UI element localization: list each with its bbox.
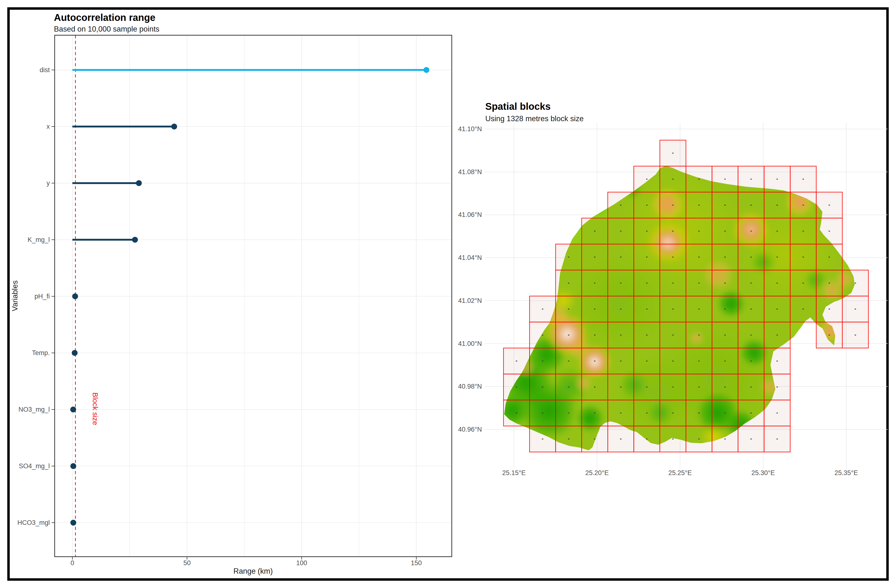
lollipop-dot xyxy=(70,463,76,469)
block-center-dot xyxy=(855,283,856,283)
block-center-dot xyxy=(750,283,752,283)
block-center-dot xyxy=(672,361,674,361)
block-center-dot xyxy=(724,413,726,413)
block-center-dot xyxy=(620,257,622,257)
block-center-dot xyxy=(542,439,543,439)
block-center-dot xyxy=(516,361,517,361)
block-center-dot xyxy=(724,439,726,439)
block-center-dot xyxy=(542,335,543,335)
block-center-dot xyxy=(777,413,778,413)
block-center-dot xyxy=(568,387,569,387)
block-center-dot xyxy=(777,283,778,283)
left-plot-subtitle: Based on 10,000 sample points xyxy=(54,25,159,33)
block-center-dot xyxy=(542,413,543,413)
block-center-dot xyxy=(646,387,648,387)
block-center-dot xyxy=(594,335,596,335)
left-plot-title: Autocorrelation range xyxy=(54,12,155,23)
block-center-dot xyxy=(829,205,830,206)
block-center-dot xyxy=(542,361,543,361)
block-center-dot xyxy=(672,179,674,180)
block-center-dot xyxy=(672,309,674,309)
block-center-dot xyxy=(698,179,700,180)
block-center-dot xyxy=(620,387,622,387)
block-center-dot xyxy=(829,257,830,257)
y-tick-label: pH_fi xyxy=(35,292,50,300)
block-center-dot xyxy=(594,283,596,283)
block-center-dot xyxy=(724,309,726,309)
block-center-dot xyxy=(724,257,726,257)
left-y-axis-title: Variables xyxy=(11,280,19,311)
block-center-dot xyxy=(777,231,778,232)
block-center-dot xyxy=(750,231,752,232)
y-tick-label: y xyxy=(47,180,50,187)
map-x-tick-label: 25.35°E xyxy=(835,469,858,477)
block-center-dot xyxy=(646,257,648,257)
block-center-dot xyxy=(516,413,517,413)
x-tick-label: 100 xyxy=(296,559,307,567)
block-center-dot xyxy=(620,309,622,309)
block-center-dot xyxy=(855,309,856,309)
block-center-dot xyxy=(829,283,830,283)
right-plot-subtitle: Using 1328 metres block size xyxy=(485,114,584,123)
block-center-dot xyxy=(724,387,726,387)
block-center-dot xyxy=(750,335,752,335)
block-center-dot xyxy=(646,179,648,180)
block-center-dot xyxy=(829,309,830,309)
block-center-dot xyxy=(542,309,543,309)
block-center-dot xyxy=(672,335,674,335)
y-tick-label: dist xyxy=(40,66,50,73)
lollipop-dot xyxy=(72,350,78,356)
lollipop-dot xyxy=(424,67,430,73)
lollipop-dot xyxy=(136,180,142,186)
block-center-dot xyxy=(777,335,778,335)
map-y-tick-label: 41.02°N xyxy=(458,297,482,304)
right-plot-title: Spatial blocks xyxy=(485,101,551,112)
block-center-dot xyxy=(803,283,804,283)
block-center-dot xyxy=(672,413,674,413)
block-center-dot xyxy=(750,361,752,361)
x-tick-label: 0 xyxy=(70,559,74,567)
y-tick-label: K_mg_l xyxy=(27,236,50,243)
block-center-dot xyxy=(698,387,700,387)
map-x-tick-label: 25.15°E xyxy=(502,469,526,477)
block-center-dot xyxy=(542,387,543,387)
block-center-dot xyxy=(568,335,569,335)
block-center-dot xyxy=(620,413,622,413)
block-center-dot xyxy=(646,283,648,283)
block-center-dot xyxy=(568,309,569,309)
map-x-tick-label: 25.20°E xyxy=(585,469,609,477)
block-center-dot xyxy=(698,309,700,309)
block-center-dot xyxy=(620,335,622,335)
block-center-dot xyxy=(803,205,804,206)
block-center-dot xyxy=(750,205,752,206)
map-y-tick-label: 40.98°N xyxy=(458,383,482,390)
y-tick-label: NO3_mg_l xyxy=(18,406,50,413)
block-center-dot xyxy=(672,231,674,232)
block-center-dot xyxy=(698,257,700,257)
block-center-dot xyxy=(646,439,648,439)
block-center-dot xyxy=(698,361,700,361)
block-center-dot xyxy=(594,361,596,361)
block-center-dot xyxy=(646,231,648,232)
block-center-dot xyxy=(594,413,596,413)
block-center-dot xyxy=(698,413,700,413)
block-center-dot xyxy=(672,257,674,257)
block-center-dot xyxy=(803,257,804,257)
block-center-dot xyxy=(724,205,726,206)
lollipop-dot xyxy=(70,520,76,526)
block-center-dot xyxy=(646,413,648,413)
figure-canvas: 050100150distxyK_mg_lpH_fiTemp.NO3_mg_lS… xyxy=(0,0,896,588)
map-y-tick-label: 41.10°N xyxy=(458,125,482,133)
block-center-dot xyxy=(777,257,778,257)
lollipop-dot xyxy=(171,123,177,129)
map-y-tick-label: 40.96°N xyxy=(458,426,482,433)
block-center-dot xyxy=(646,205,648,206)
map-x-tick-label: 25.25°E xyxy=(668,469,692,477)
block-center-dot xyxy=(750,413,752,413)
block-center-dot xyxy=(777,387,778,387)
lollipop-dot xyxy=(72,293,78,299)
block-center-dot xyxy=(594,387,596,387)
block-center-dot xyxy=(724,335,726,335)
block-center-dot xyxy=(698,283,700,283)
block-center-dot xyxy=(829,231,830,232)
